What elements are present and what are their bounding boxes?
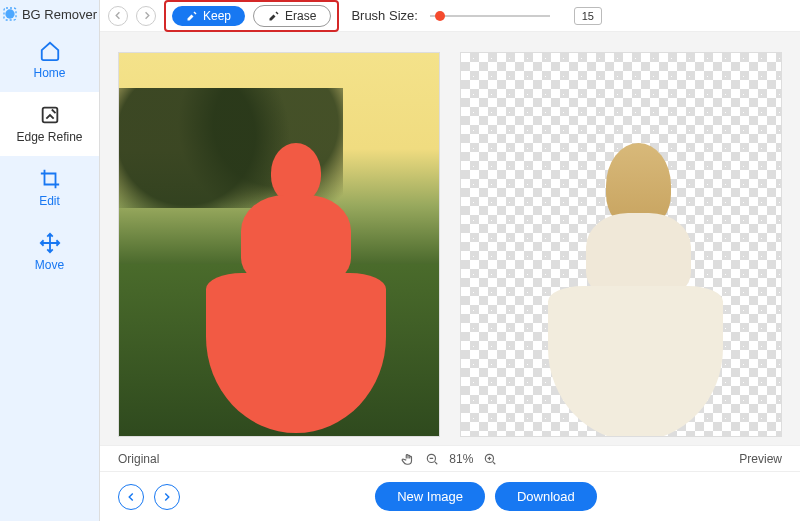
zoom-controls: 81% (401, 452, 497, 466)
original-figure-mask (211, 143, 381, 423)
prev-image-button[interactable] (118, 484, 144, 510)
undo-button[interactable] (108, 6, 128, 26)
brush-size-value[interactable]: 15 (574, 7, 602, 25)
brush-mode-callout: Keep Erase (164, 0, 339, 32)
original-label: Original (118, 452, 159, 466)
home-icon (39, 40, 61, 62)
app-root: BG Remover Home Edge Refine Edit Move (0, 0, 800, 521)
move-icon (39, 232, 61, 254)
status-bar: Original 81% Preview (100, 445, 800, 471)
original-image (119, 53, 439, 436)
sidebar-item-move[interactable]: Move (0, 220, 99, 284)
sidebar-item-edge-refine[interactable]: Edge Refine (0, 92, 99, 156)
preview-label: Preview (739, 452, 782, 466)
brush-size-label: Brush Size: (351, 8, 417, 23)
svg-point-0 (5, 9, 14, 18)
keep-brush-icon (186, 10, 198, 22)
redo-button[interactable] (136, 6, 156, 26)
main: Keep Erase Brush Size: 15 (100, 0, 800, 521)
sidebar: BG Remover Home Edge Refine Edit Move (0, 0, 100, 521)
zoom-out-icon[interactable] (425, 452, 439, 466)
preview-figure-cutout (553, 143, 723, 423)
sidebar-item-label: Move (35, 258, 64, 272)
preview-canvas[interactable] (460, 52, 782, 437)
brush-size-slider[interactable] (430, 9, 560, 23)
footer: New Image Download (100, 471, 800, 521)
erase-label: Erase (285, 9, 316, 23)
transparency-checker (461, 53, 781, 436)
keep-button[interactable]: Keep (172, 6, 245, 26)
app-title-text: BG Remover (22, 7, 97, 22)
keep-label: Keep (203, 9, 231, 23)
new-image-button[interactable]: New Image (375, 482, 485, 511)
app-logo-icon (2, 6, 18, 22)
slider-thumb[interactable] (435, 11, 445, 21)
edge-refine-icon (39, 104, 61, 126)
hand-tool-icon[interactable] (401, 452, 415, 466)
toolbar: Keep Erase Brush Size: 15 (100, 0, 800, 32)
zoom-in-icon[interactable] (483, 452, 497, 466)
slider-track (430, 15, 550, 17)
crop-icon (39, 168, 61, 190)
download-button[interactable]: Download (495, 482, 597, 511)
next-image-button[interactable] (154, 484, 180, 510)
erase-button[interactable]: Erase (253, 5, 331, 27)
sidebar-item-label: Edge Refine (16, 130, 82, 144)
sidebar-item-label: Edit (39, 194, 60, 208)
zoom-value: 81% (449, 452, 473, 466)
app-title: BG Remover (2, 6, 97, 28)
erase-brush-icon (268, 10, 280, 22)
canvas-area (100, 32, 800, 445)
sidebar-item-home[interactable]: Home (0, 28, 99, 92)
sidebar-item-label: Home (33, 66, 65, 80)
original-canvas[interactable] (118, 52, 440, 437)
sidebar-item-edit[interactable]: Edit (0, 156, 99, 220)
